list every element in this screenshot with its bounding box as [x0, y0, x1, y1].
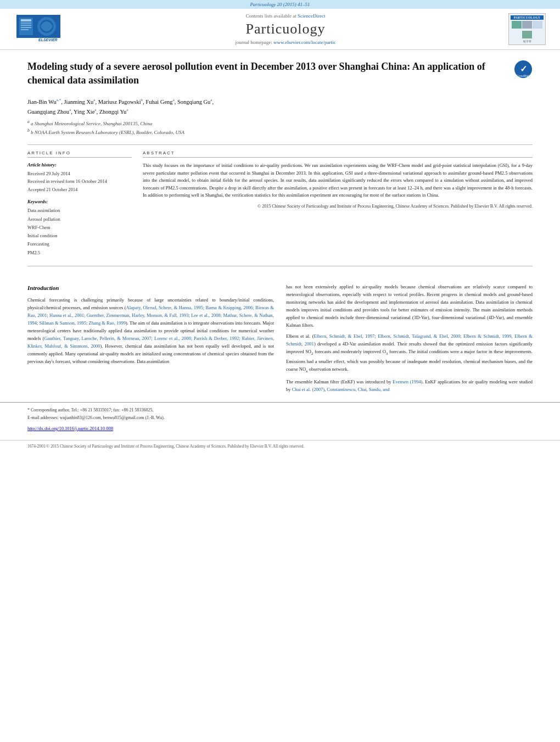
- author-zhou: Guangqiang Zhou: [27, 108, 69, 114]
- svg-rect-5: [21, 27, 31, 28]
- keyword-6: PM2.5: [27, 249, 132, 257]
- article-title: Modeling study of a severe aerosol pollu…: [27, 60, 508, 87]
- abstract-col: ABSTRACT This study focuses on the impor…: [143, 150, 533, 257]
- title-block: Modeling study of a severe aerosol pollu…: [27, 60, 508, 87]
- abstract-copyright: © 2015 Chinese Society of Particuology a…: [143, 204, 533, 209]
- footnote-star-text: * Corresponding author. Tel.: +86 21 583…: [27, 408, 153, 412]
- affil-b-text: b NOAA Earth System Research Laboratory …: [31, 130, 184, 135]
- affiliation-a: a a Shanghai Meteorological Service, Sha…: [27, 119, 533, 128]
- author-pagowski-sup: b: [141, 98, 143, 102]
- author-xie-sup: a: [94, 108, 96, 112]
- footnote-star: * Corresponding author. Tel.: +86 21 583…: [27, 407, 533, 414]
- badge-image: [511, 20, 544, 40]
- author-gu-sup: a: [210, 98, 212, 102]
- authors-line: Jian-Bin Wua,*, Jianming Xua, Mariusz Pa…: [27, 97, 533, 116]
- intro-para-1: Chemical forecasting is challenging prim…: [27, 296, 274, 365]
- received-date: Received 29 July 2014: [27, 170, 132, 177]
- author-geng: Fuhai Geng: [145, 99, 172, 105]
- footnote-email: E-mail addresses: wujianbin83@126.com, b…: [27, 415, 533, 421]
- footnote-email-text: E-mail addresses: wujianbin83@126.com, b…: [27, 415, 165, 420]
- keyword-4: Initial condition: [27, 232, 132, 240]
- author-wu-sup: a,*: [57, 98, 61, 102]
- badge-cell-3: [533, 21, 542, 29]
- ref-elbern[interactable]: Elbern, Schmidt, & Ebel, 1997; Elbern, S…: [286, 333, 533, 347]
- author-yu: Zhongqi Yu: [99, 108, 127, 114]
- svg-rect-4: [21, 25, 31, 26]
- ref-chai[interactable]: Chai et al. (2007): [292, 387, 324, 392]
- title-area: Modeling study of a severe aerosol pollu…: [0, 50, 560, 94]
- accepted-date: Accepted 21 October 2014: [27, 186, 132, 193]
- author-wu: Jian-Bin Wu: [27, 99, 57, 105]
- homepage-url-text: www.elsevier.com/locate/partic: [273, 40, 335, 45]
- badge-cell-1: [512, 21, 522, 29]
- homepage-line: journal homepage: www.elsevier.com/locat…: [236, 40, 336, 45]
- sciencedirect-link[interactable]: ScienceDirect: [298, 13, 325, 19]
- keyword-1: Data assimilation: [27, 207, 132, 215]
- journal-header-center: Contents lists available at ScienceDirec…: [66, 13, 505, 45]
- affiliations: a a Shanghai Meteorological Service, Sha…: [27, 119, 533, 137]
- keyword-5: Forecasting: [27, 240, 132, 248]
- contents-text: Contents lists available at: [246, 13, 296, 19]
- svg-rect-6: [21, 29, 29, 30]
- badge-cell-4: [522, 31, 532, 38]
- divider-2: [27, 266, 533, 266]
- footnote-area: * Corresponding author. Tel.: +86 21 583…: [0, 402, 560, 421]
- author-xu: Jianming Xu: [64, 99, 93, 105]
- authors-area: Jian-Bin Wua,*, Jianming Xua, Mariusz Pa…: [0, 94, 560, 139]
- elsevier-logo-svg: ELSEVIER: [16, 15, 60, 43]
- bottom-notice-text: 1674-2001/© 2015 Chinese Society of Part…: [27, 444, 304, 449]
- page: Particuology 20 (2015) 41–51 ELSEVIER: [0, 0, 560, 742]
- author-xie: Ying Xie: [74, 108, 94, 114]
- intro-para-2: has not been extensively applied to air-…: [286, 283, 533, 329]
- ref-constantinescu[interactable]: Constantinescu, Chai, Sandu, and: [327, 387, 389, 392]
- svg-rect-3: [21, 23, 31, 24]
- svg-text:✓: ✓: [520, 64, 527, 74]
- sciencedirect-label: ScienceDirect: [298, 13, 325, 19]
- article-info-col: ARTICLE INFO Article history: Received 2…: [27, 150, 132, 257]
- divider-1: [27, 144, 533, 145]
- author-xu-sup: a: [93, 98, 95, 102]
- doi-area: http://dx.doi.org/10.1016/j.partic.2014.…: [0, 422, 560, 434]
- history-table: Received 29 July 2014 Received in revise…: [27, 170, 132, 193]
- contents-available-line: Contents lists available at ScienceDirec…: [246, 13, 326, 19]
- doi-link[interactable]: http://dx.doi.org/10.1016/j.partic.2014.…: [27, 426, 113, 431]
- ref-evensen[interactable]: Evensen (1994): [393, 379, 422, 384]
- intro-para-3: Elbern et al. (Elbern, Schmidt, & Ebel, …: [286, 332, 533, 375]
- author-pagowski: Mariusz Pagowski: [98, 99, 141, 105]
- author-zhou-sup: a: [69, 108, 71, 112]
- article-info-abstract: ARTICLE INFO Article history: Received 2…: [0, 150, 560, 257]
- body-col-right: has not been extensively applied to air-…: [286, 283, 533, 397]
- article-info-label: ARTICLE INFO: [27, 150, 132, 158]
- introduction-heading: Introduction: [27, 283, 274, 293]
- abstract-label: ABSTRACT: [143, 150, 533, 158]
- keyword-3: WRF-Chem: [27, 224, 132, 232]
- crossmark-icon: ✓ CrossMark: [514, 60, 533, 79]
- elsevier-logo: ELSEVIER: [11, 13, 66, 45]
- abstract-text: This study focuses on the importance of …: [143, 162, 533, 199]
- particuology-logo: PARTICUOLOGY 粒子学: [505, 13, 549, 45]
- bottom-notice: 1674-2001/© 2015 Chinese Society of Part…: [0, 440, 560, 453]
- svg-text:ELSEVIER: ELSEVIER: [38, 38, 58, 42]
- affiliation-b: b b NOAA Earth System Research Laborator…: [27, 127, 533, 137]
- keyword-2: Aerosol pollution: [27, 215, 132, 224]
- homepage-text: journal homepage:: [236, 40, 272, 45]
- body-col-left: Introduction Chemical forecasting is cha…: [27, 283, 274, 397]
- history-label: Article history:: [27, 162, 132, 168]
- journal-citation-bar: Particuology 20 (2015) 41–51: [0, 0, 560, 9]
- svg-rect-2: [21, 19, 31, 21]
- ref-gauthier[interactable]: Gauthier, Tanguay, Laroche, Pellerin, & …: [27, 336, 274, 349]
- badge-title-text: PARTICUOLOGY: [511, 15, 544, 20]
- keywords-list: Data assimilation Aerosol pollution WRF-…: [27, 207, 132, 257]
- revised-date: Received in revised form 16 October 2014: [27, 177, 132, 185]
- doi-url: http://dx.doi.org/10.1016/j.partic.2014.…: [27, 426, 113, 431]
- svg-text:CrossMark: CrossMark: [517, 74, 530, 77]
- homepage-url[interactable]: www.elsevier.com/locate/partic: [273, 40, 335, 45]
- particuology-badge: PARTICUOLOGY 粒子学: [508, 13, 546, 45]
- ref-alapaty[interactable]: Alapaty, Olerud, Schere, & Hanna, 1995; …: [27, 305, 274, 326]
- author-yu-sup: a: [126, 108, 128, 112]
- badge-subtitle: 粒子学: [523, 40, 531, 43]
- body-two-col: Introduction Chemical forecasting is cha…: [27, 283, 533, 397]
- intro-para-4: The ensemble Kalman filter (EnKF) was in…: [286, 378, 533, 393]
- author-geng-sup: a: [173, 98, 175, 102]
- badge-cell-2: [522, 21, 532, 29]
